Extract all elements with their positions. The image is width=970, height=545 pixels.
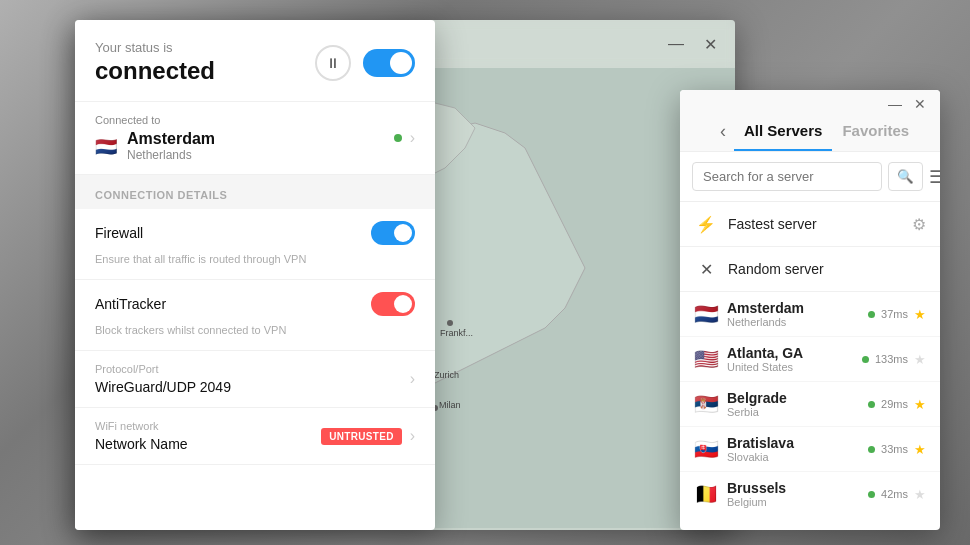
amsterdam-ping: 37ms <box>881 308 908 320</box>
status-value: connected <box>95 57 215 85</box>
server-close-button[interactable]: ✕ <box>908 96 932 112</box>
bratislava-country: Slovakia <box>727 451 794 463</box>
firewall-row: Firewall Ensure that all traffic is rout… <box>75 209 435 280</box>
brussels-star[interactable]: ★ <box>914 487 926 502</box>
connected-label: Connected to <box>95 114 215 126</box>
svg-text:Milan: Milan <box>439 400 461 410</box>
connected-name: Amsterdam <box>127 130 215 148</box>
belgrade-flag: 🇷🇸 <box>694 394 719 414</box>
antitracker-row: AntiTracker Block trackers whilst connec… <box>75 280 435 351</box>
vpn-toggle[interactable] <box>363 49 415 77</box>
brussels-info: Brussels Belgium <box>727 480 786 508</box>
server-minimize-button[interactable]: — <box>882 96 908 112</box>
server-panel: — ✕ ‹ All Servers Favorites 🔍 ☰ ⚡ Fastes… <box>680 90 940 530</box>
antitracker-header: AntiTracker <box>95 292 415 316</box>
connected-section: Connected to 🇳🇱 Amsterdam Netherlands › <box>75 102 435 175</box>
bratislava-name: Bratislava <box>727 435 794 451</box>
amsterdam-right: 37ms ★ <box>868 307 926 322</box>
antitracker-name: AntiTracker <box>95 296 166 312</box>
protocol-chevron-icon: › <box>410 370 415 388</box>
amsterdam-star[interactable]: ★ <box>914 307 926 322</box>
chevron-right-icon[interactable]: › <box>410 129 415 147</box>
section-header-text: CONNECTION DETAILS <box>95 189 227 201</box>
wifi-info: WiFi network Network Name <box>95 420 188 452</box>
svg-point-17 <box>447 320 453 326</box>
lightning-icon: ⚡ <box>694 212 718 236</box>
bratislava-flag: 🇸🇰 <box>694 439 719 459</box>
tab-all-servers[interactable]: All Servers <box>734 112 832 151</box>
search-row: 🔍 ☰ <box>680 152 940 202</box>
server-row-belgrade[interactable]: 🇷🇸 Belgrade Serbia 29ms ★ <box>680 382 940 427</box>
atlanta-dot <box>862 356 869 363</box>
atlanta-country: United States <box>727 361 803 373</box>
bratislava-info: Bratislava Slovakia <box>727 435 794 463</box>
connected-info: 🇳🇱 Amsterdam Netherlands <box>95 130 215 162</box>
brussels-name: Brussels <box>727 480 786 496</box>
belgrade-right: 29ms ★ <box>868 397 926 412</box>
atlanta-name: Atlanta, GA <box>727 345 803 361</box>
svg-text:Frankf...: Frankf... <box>440 328 473 338</box>
bratislava-dot <box>868 446 875 453</box>
amsterdam-country: Netherlands <box>727 316 804 328</box>
firewall-toggle[interactable] <box>371 221 415 245</box>
map-window-controls: — ✕ <box>662 33 723 56</box>
wifi-chevron-icon: › <box>410 427 415 445</box>
belgrade-star[interactable]: ★ <box>914 397 926 412</box>
close-button[interactable]: ✕ <box>698 33 723 56</box>
random-server-row[interactable]: ✕ Random server <box>680 247 940 292</box>
server-titlebar: — ✕ <box>680 90 940 112</box>
wifi-value: Network Name <box>95 436 188 452</box>
server-left: 🇸🇰 Bratislava Slovakia <box>694 435 794 463</box>
connection-dot <box>394 134 402 142</box>
brussels-country: Belgium <box>727 496 786 508</box>
fastest-server-left: ⚡ Fastest server <box>694 212 817 236</box>
back-button[interactable]: ‹ <box>720 121 726 142</box>
atlanta-info: Atlanta, GA United States <box>727 345 803 373</box>
status-controls: ⏸ <box>315 45 415 81</box>
bratislava-star[interactable]: ★ <box>914 442 926 457</box>
brussels-flag: 🇧🇪 <box>694 484 719 504</box>
random-server-label: Random server <box>728 261 824 277</box>
connected-left: Connected to 🇳🇱 Amsterdam Netherlands <box>95 114 215 162</box>
server-row-amsterdam[interactable]: 🇳🇱 Amsterdam Netherlands 37ms ★ <box>680 292 940 337</box>
fastest-server-row[interactable]: ⚡ Fastest server ⚙ <box>680 202 940 247</box>
brussels-ping: 42ms <box>881 488 908 500</box>
bratislava-right: 33ms ★ <box>868 442 926 457</box>
wifi-row[interactable]: WiFi network Network Name UNTRUSTED › <box>75 408 435 465</box>
protocol-row[interactable]: Protocol/Port WireGuard/UDP 2049 › <box>75 351 435 408</box>
antitracker-toggle[interactable] <box>371 292 415 316</box>
server-row-brussels[interactable]: 🇧🇪 Brussels Belgium 42ms ★ <box>680 472 940 512</box>
pause-button[interactable]: ⏸ <box>315 45 351 81</box>
amsterdam-name: Amsterdam <box>727 300 804 316</box>
wifi-label: WiFi network <box>95 420 188 432</box>
amsterdam-info: Amsterdam Netherlands <box>727 300 804 328</box>
random-server-left: ✕ Random server <box>694 257 824 281</box>
protocol-info: Protocol/Port WireGuard/UDP 2049 <box>95 363 231 395</box>
firewall-desc: Ensure that all traffic is routed throug… <box>95 253 306 265</box>
server-row-bratislava[interactable]: 🇸🇰 Bratislava Slovakia 33ms ★ <box>680 427 940 472</box>
server-left: 🇺🇸 Atlanta, GA United States <box>694 345 803 373</box>
server-row-atlanta[interactable]: 🇺🇸 Atlanta, GA United States 133ms ★ <box>680 337 940 382</box>
tab-favorites[interactable]: Favorites <box>832 112 919 151</box>
wifi-right: UNTRUSTED › <box>321 427 415 445</box>
server-list: ⚡ Fastest server ⚙ ✕ Random server 🇳🇱 Am… <box>680 202 940 512</box>
brussels-dot <box>868 491 875 498</box>
fastest-settings-icon[interactable]: ⚙ <box>912 215 926 234</box>
status-section: Your status is connected ⏸ <box>75 20 435 102</box>
atlanta-ping: 133ms <box>875 353 908 365</box>
shuffle-icon: ✕ <box>694 257 718 281</box>
fastest-server-label: Fastest server <box>728 216 817 232</box>
server-left: 🇷🇸 Belgrade Serbia <box>694 390 787 418</box>
server-left: 🇧🇪 Brussels Belgium <box>694 480 786 508</box>
atlanta-right: 133ms ★ <box>862 352 926 367</box>
filter-button[interactable]: ☰ <box>929 166 940 188</box>
atlanta-star[interactable]: ★ <box>914 352 926 367</box>
search-input[interactable] <box>692 162 882 191</box>
brussels-right: 42ms ★ <box>868 487 926 502</box>
connected-right: › <box>394 129 415 147</box>
search-button[interactable]: 🔍 <box>888 162 923 191</box>
svg-text:Zurich: Zurich <box>434 370 459 380</box>
firewall-name: Firewall <box>95 225 143 241</box>
minimize-button[interactable]: — <box>662 33 690 56</box>
untrusted-badge: UNTRUSTED <box>321 428 401 445</box>
